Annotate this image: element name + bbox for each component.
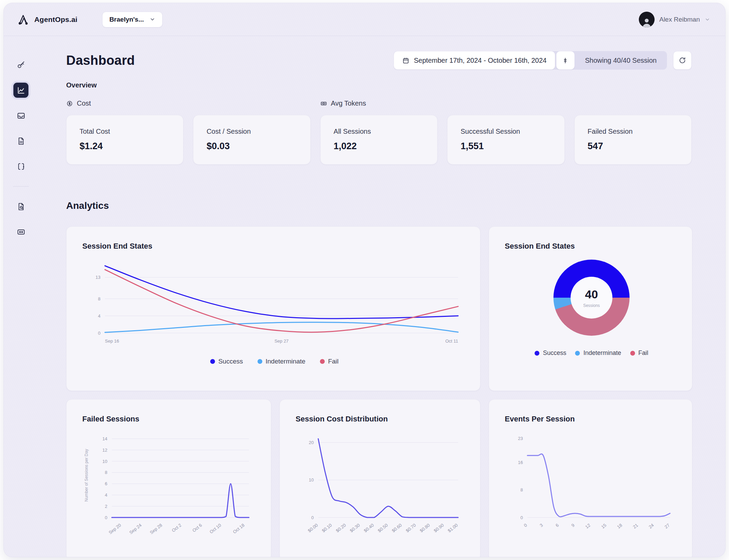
sidebar-item-logs[interactable] [13, 133, 28, 148]
svg-text:4: 4 [105, 492, 107, 498]
session-end-states-line-card: Session End States 04813Sep 16Sep 27Oct … [66, 226, 480, 391]
legend-item[interactable]: Fail [630, 349, 648, 357]
chart-title: Session End States [82, 242, 466, 251]
session-cost-distribution-card: Session Cost Distribution 01020$0.00$0.1… [279, 399, 480, 557]
stat-card-all-sessions: All Sessions 1,022 [320, 115, 438, 165]
brand-name: AgentOps.ai [34, 15, 77, 24]
sidebar-divider [13, 186, 29, 187]
cost-group-label: Cost [77, 99, 91, 107]
legend-item[interactable]: Success [535, 349, 566, 357]
cost-group-tab[interactable]: Cost [66, 99, 183, 107]
user-name: Alex Reibman [659, 16, 700, 23]
stat-cards: Total Cost $1.24 Cost / Session $0.03 Al… [66, 115, 692, 165]
svg-text:$0.40: $0.40 [363, 523, 375, 534]
tokens-icon [320, 100, 327, 107]
svg-text:Oct 6: Oct 6 [191, 523, 203, 533]
sidebar-item-dashboard[interactable] [13, 83, 28, 98]
analytics-heading: Analytics [66, 200, 692, 211]
legend-label: Success [543, 349, 566, 357]
svg-text:$0.00: $0.00 [307, 523, 319, 534]
svg-text:$0.10: $0.10 [321, 523, 333, 534]
donut-chart: 40 Sessions [553, 260, 630, 336]
person-icon [641, 16, 653, 27]
sidebar-item-docs[interactable] [13, 199, 28, 214]
svg-text:16: 16 [518, 460, 523, 465]
legend-label: Fail [638, 349, 648, 357]
refresh-button[interactable] [673, 51, 692, 70]
user-menu[interactable]: Alex Reibman [639, 12, 710, 27]
svg-text:9: 9 [570, 523, 575, 528]
failed-sessions-card: Failed Sessions 02468101214Sep 20Sep 24S… [66, 399, 271, 557]
svg-text:8: 8 [521, 487, 523, 492]
top-bar: AgentOps.ai Braelyn's... Alex Reibman [4, 3, 725, 36]
legend-dot [630, 351, 635, 356]
svg-text:24: 24 [648, 523, 655, 530]
avatar [639, 12, 655, 27]
svg-text:12: 12 [584, 523, 591, 530]
failed-sessions-chart: 02468101214Sep 20Sep 24Sep 28Oct 2Oct 6O… [82, 426, 257, 545]
stat-label: Cost / Session [206, 128, 297, 135]
org-selector-button[interactable]: Braelyn's... [102, 12, 163, 27]
toolbar: September 17th, 2024 - October 16th, 202… [394, 51, 692, 70]
stat-value: $0.03 [206, 141, 297, 152]
legend-label: Indeterminate [266, 358, 306, 365]
svg-text:Oct 2: Oct 2 [171, 523, 182, 533]
chart-title: Failed Sessions [82, 415, 257, 424]
svg-text:14: 14 [103, 436, 107, 441]
svg-text:10: 10 [309, 477, 314, 482]
avg-tokens-group-label: Avg Tokens [331, 99, 366, 107]
sidebar-item-search[interactable] [13, 57, 28, 72]
svg-text:13: 13 [96, 275, 100, 280]
session-end-states-chart: 04813Sep 16Sep 27Oct 11 [82, 255, 466, 349]
svg-text:6: 6 [105, 481, 107, 486]
sidebar-item-sessions[interactable] [13, 108, 28, 123]
legend-dot [535, 351, 539, 356]
showing-sessions-label: Showing 40/40 Session [575, 57, 667, 64]
svg-text:$0.20: $0.20 [335, 523, 347, 534]
sidebar-item-billing[interactable] [13, 224, 28, 239]
date-range-button[interactable]: September 17th, 2024 - October 16th, 202… [394, 51, 555, 70]
overview-heading: Overview [66, 81, 692, 89]
legend-label: Indeterminate [583, 349, 621, 357]
filter-button[interactable] [556, 51, 575, 70]
svg-text:6: 6 [554, 523, 560, 528]
legend-label: Fail [328, 358, 339, 365]
svg-text:$1.00: $1.00 [447, 523, 459, 534]
coin-icon [66, 100, 73, 107]
events-per-session-chart: 0816230369121518212427 [505, 426, 678, 545]
svg-text:$0.60: $0.60 [391, 523, 403, 534]
doc-search-icon [17, 202, 25, 211]
legend-item[interactable]: Indeterminate [258, 358, 306, 365]
chart-title: Session End States [505, 242, 678, 251]
legend-item[interactable]: Fail [320, 358, 339, 365]
legend-item[interactable]: Success [210, 358, 243, 365]
legend-dot [258, 359, 262, 364]
inbox-icon [17, 111, 25, 120]
legend-item[interactable]: Indeterminate [575, 349, 621, 357]
svg-text:3: 3 [539, 523, 544, 528]
avg-tokens-group-tab[interactable]: Avg Tokens [320, 99, 438, 107]
events-per-session-card: Events Per Session 081623036912151821242… [489, 399, 692, 557]
legend-dot [210, 359, 215, 364]
svg-text:15: 15 [600, 523, 608, 530]
svg-text:Number of Sessions per Day: Number of Sessions per Day [84, 449, 89, 501]
svg-text:0: 0 [98, 331, 100, 336]
sidebar-item-integrations[interactable] [13, 159, 28, 174]
agentops-logo-icon [17, 13, 30, 26]
svg-text:$0.30: $0.30 [349, 523, 361, 534]
donut-center: 40 Sessions [571, 277, 612, 319]
svg-text:Sep 27: Sep 27 [274, 338, 288, 344]
donut-total-label: Sessions [583, 303, 600, 308]
stat-label: Failed Session [588, 128, 678, 135]
legend-dot [575, 351, 580, 356]
stat-label: Successful Session [461, 128, 551, 135]
session-end-states-donut-card: Session End States 40 Sessions SuccessIn… [489, 226, 692, 391]
stat-card-total-cost: Total Cost $1.24 [66, 115, 183, 165]
svg-text:$0.70: $0.70 [405, 523, 417, 534]
svg-text:12: 12 [103, 448, 107, 453]
svg-text:0: 0 [521, 515, 523, 520]
svg-text:Sep 20: Sep 20 [108, 523, 122, 535]
stat-label: Total Cost [80, 128, 170, 135]
svg-text:23: 23 [518, 436, 523, 441]
stat-card-failed-session: Failed Session 547 [574, 115, 692, 165]
